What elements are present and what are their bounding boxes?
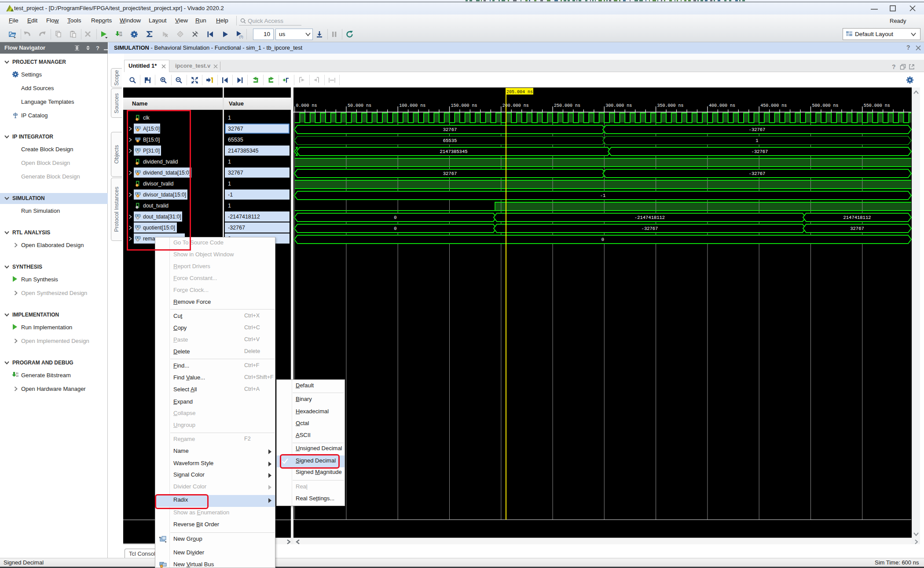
svg-text:-32767: -32767 [749,127,766,132]
svg-text:550.000 ns: 550.000 ns [864,103,890,108]
svg-text:1: 1 [755,138,758,143]
svg-text:(T): (T) [239,35,243,39]
svg-text:0: 0 [601,237,604,242]
svg-text:10: 10 [119,34,122,37]
svg-text:500.000 ns: 500.000 ns [812,103,839,108]
svg-text:50.000 ns: 50.000 ns [348,103,371,108]
svg-text:300.000 ns: 300.000 ns [605,103,632,108]
svg-text:-32767: -32767 [749,171,766,176]
svg-text:2147418112: 2147418112 [843,215,871,220]
svg-text:32767: 32767 [443,127,457,132]
svg-text:?: ? [96,45,99,51]
svg-text:0: 0 [394,226,396,231]
svg-text:150.000 ns: 150.000 ns [451,103,477,108]
svg-text:32767: 32767 [850,226,864,231]
svg-text:65535: 65535 [443,138,457,143]
svg-text:0: 0 [394,215,396,220]
svg-text:-32767: -32767 [642,226,658,231]
svg-text:-32767: -32767 [752,149,768,154]
svg-text:2147385345: 2147385345 [440,149,467,154]
svg-text:100.000 ns: 100.000 ns [399,103,425,108]
svg-text:350.000 ns: 350.000 ns [657,103,684,108]
svg-text:32767: 32767 [443,171,457,176]
svg-text:250.000 ns: 250.000 ns [554,103,580,108]
svg-text:205.004 ns: 205.004 ns [506,90,533,95]
svg-text:0.000 ns: 0.000 ns [296,103,317,108]
svg-text:-2147418112: -2147418112 [634,215,665,220]
svg-text:400.000 ns: 400.000 ns [709,103,735,108]
svg-text:-1: -1 [600,193,606,198]
svg-text:10: 10 [16,375,18,378]
svg-text:450.000 ns: 450.000 ns [760,103,787,108]
